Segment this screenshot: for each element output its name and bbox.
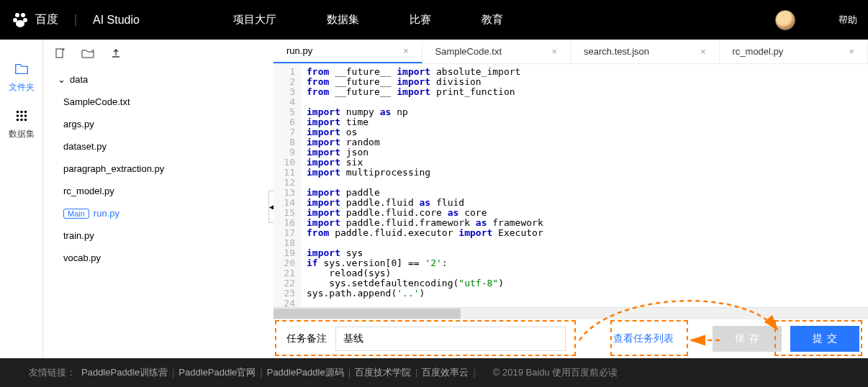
new-folder-icon[interactable]: + [81,48,94,60]
svg-point-1 [21,13,25,17]
task-remark-label: 任务备注 [286,332,327,345]
leftbar-files-label: 文件夹 [9,81,35,94]
code-lines[interactable]: from __future__ import absolute_importfr… [301,64,543,307]
editor-tab[interactable]: SampleCode.txt× [422,40,571,63]
file-panel: + + ⌄ dataSampleCode.txtargs.pydataset.p… [43,40,273,358]
svg-point-10 [24,114,27,117]
chevron-down-icon: ⌄ [58,74,65,85]
file-tools: + + [43,40,273,68]
horizontal-scrollbar[interactable] [273,307,868,319]
top-nav: 百度 ｜ AI Studio 项目大厅 数据集 比赛 教育 帮助 [0,0,868,40]
footer-link[interactable]: PaddlePaddle源码 [267,367,344,378]
dataset-icon [14,108,30,124]
nav-right: 帮助 [775,10,857,30]
footer-links: PaddlePaddle训练营|PaddlePaddle官网|PaddlePad… [81,366,480,379]
file-row[interactable]: rc_model.py [50,180,266,202]
close-icon[interactable]: × [849,46,854,57]
footer-link[interactable]: 百度技术学院 [355,367,411,378]
svg-point-6 [20,111,23,114]
new-file-icon[interactable]: + [54,47,65,61]
editor-tab[interactable]: rc_model.py× [720,40,869,63]
nav-links: 项目大厅 数据集 比赛 教育 [233,13,503,27]
svg-point-7 [24,111,27,114]
leftbar: 文件夹 数据集 [0,40,43,358]
footer-link[interactable]: PaddlePaddle官网 [178,367,256,378]
logo[interactable]: 百度 ｜ AI Studio [11,11,140,29]
file-row[interactable]: args.py [50,113,266,135]
save-button[interactable]: 保存 [713,326,782,352]
svg-point-12 [20,119,23,122]
footer: 友情链接： PaddlePaddle训练营|PaddlePaddle官网|Pad… [0,358,868,387]
svg-point-8 [16,114,19,117]
svg-text:+: + [62,47,65,53]
upload-icon[interactable] [110,47,122,61]
file-row[interactable]: train.py [50,224,266,247]
footer-link[interactable]: PaddlePaddle训练营 [81,367,168,378]
footer-copyright: © 2019 Baidu 使用百度前必读 [493,366,618,379]
svg-point-11 [16,119,19,122]
svg-point-2 [13,18,17,22]
scrollbar-thumb[interactable] [273,309,461,319]
nav-item-education[interactable]: 教育 [482,13,503,27]
nav-item-datasets[interactable]: 数据集 [327,13,359,27]
close-icon[interactable]: × [700,46,706,57]
file-row[interactable]: Main run.py [50,202,266,224]
svg-text:+: + [91,48,94,54]
avatar[interactable] [775,10,795,30]
svg-point-5 [16,111,19,114]
svg-point-13 [24,119,27,122]
nav-item-projects[interactable]: 项目大厅 [233,13,276,27]
close-icon[interactable]: × [403,45,409,56]
folder-icon [14,61,30,77]
line-gutter: 123456789101112131415161718192021222324 [273,64,301,307]
footer-prefix: 友情链接： [29,366,76,379]
nav-item-competitions[interactable]: 比赛 [410,13,431,27]
view-tasks-link[interactable]: 查看任务列表 [613,332,674,345]
nav-help[interactable]: 帮助 [838,14,857,27]
svg-point-3 [23,18,27,22]
leftbar-dataset[interactable]: 数据集 [9,101,35,147]
file-row[interactable]: paragraph_extraction.py [50,158,266,180]
editor-tab[interactable]: search.test.json× [571,40,720,63]
baidu-paw-icon [11,11,30,29]
folder-row[interactable]: ⌄ data [50,68,266,91]
main: 文件夹 数据集 + + ⌄ dataSampleCode.txtargs.pyd… [0,40,868,358]
logo-product: AI Studio [93,14,140,27]
close-icon[interactable]: × [551,46,557,57]
editor: ◀ run.py×SampleCode.txt×search.test.json… [273,40,868,358]
code-area[interactable]: 123456789101112131415161718192021222324 … [273,64,868,307]
file-row[interactable]: vocab.py [50,247,266,269]
bottom-bar: 任务备注 查看任务列表 保存 提交 [273,319,868,358]
editor-tabs: run.py×SampleCode.txt×search.test.json×r… [273,40,868,64]
logo-divider: ｜ [70,12,81,27]
file-row[interactable]: dataset.py [50,135,266,158]
submit-button[interactable]: 提交 [790,326,859,352]
main-badge: Main [63,209,89,219]
footer-link[interactable]: 百度效率云 [422,367,469,378]
svg-point-0 [15,13,19,17]
file-tree: ⌄ dataSampleCode.txtargs.pydataset.pypar… [43,68,273,269]
file-row[interactable]: SampleCode.txt [50,91,266,113]
task-remark-input[interactable] [335,327,566,351]
logo-brand: 百度 [35,12,58,27]
editor-tab[interactable]: run.py× [273,40,422,63]
svg-point-4 [16,20,24,27]
svg-point-9 [20,114,23,117]
leftbar-dataset-label: 数据集 [9,128,35,140]
leftbar-files[interactable]: 文件夹 [9,54,35,101]
